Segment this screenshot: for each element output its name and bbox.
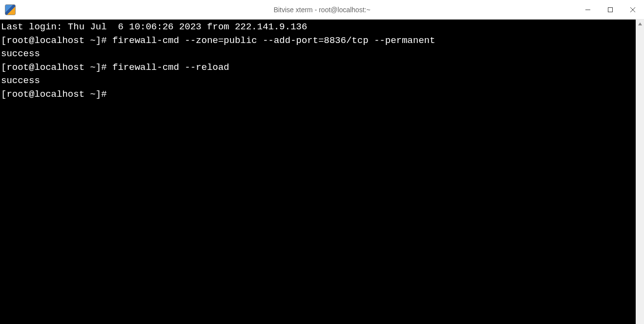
close-button[interactable] [622,0,644,19]
shell-prompt: [root@localhost ~]# [1,89,112,100]
vertical-scrollbar[interactable] [636,20,644,324]
terminal-line: success [1,74,636,88]
terminal-line: success [1,47,636,61]
terminal-line: [root@localhost ~]# firewall-cmd --zone=… [1,34,636,48]
shell-command: firewall-cmd --zone=public --add-port=88… [112,35,435,46]
terminal-line: [root@localhost ~]# firewall-cmd --reloa… [1,61,636,75]
maximize-icon [608,7,613,12]
shell-prompt: [root@localhost ~]# [1,62,112,73]
window-title: Bitvise xterm - root@localhost:~ [273,6,370,14]
scrollbar-up-arrow[interactable] [636,20,644,28]
minimize-icon [585,7,590,12]
shell-command: firewall-cmd --reload [112,62,229,73]
window-titlebar: Bitvise xterm - root@localhost:~ [0,0,644,20]
terminal[interactable]: Last login: Thu Jul 6 10:06:26 2023 from… [0,20,636,324]
maximize-button[interactable] [599,0,622,19]
shell-prompt: [root@localhost ~]# [1,35,112,46]
close-icon [630,7,635,12]
chevron-up-icon [638,22,642,25]
app-icon [5,4,16,15]
svg-rect-1 [608,7,613,12]
terminal-line: [root@localhost ~]# [1,88,636,102]
minimize-button[interactable] [577,0,599,19]
window-controls [577,0,644,19]
terminal-container: Last login: Thu Jul 6 10:06:26 2023 from… [0,20,644,324]
terminal-line: Last login: Thu Jul 6 10:06:26 2023 from… [1,21,636,34]
